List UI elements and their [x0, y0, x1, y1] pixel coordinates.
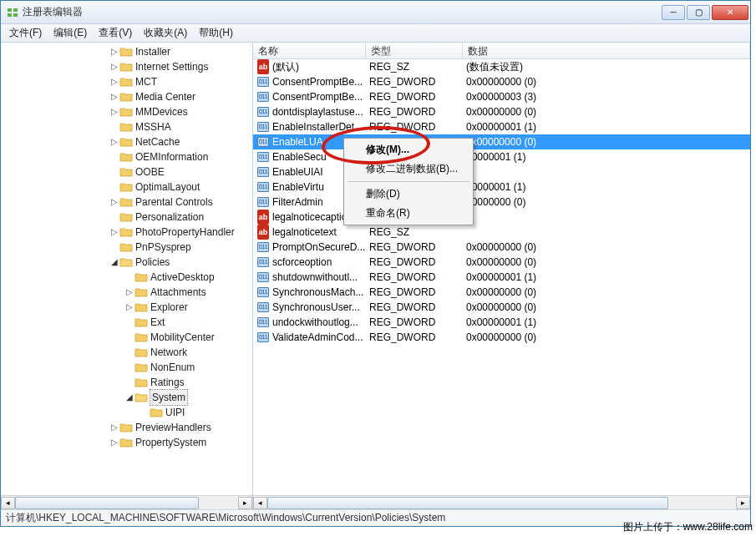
value-row[interactable]: scforceoptionREG_DWORD0x00000000 (0): [253, 255, 750, 270]
expand-toggle-icon[interactable]: [109, 180, 119, 195]
expand-toggle-icon[interactable]: [124, 315, 134, 330]
menu-help[interactable]: 帮助(H): [194, 24, 238, 42]
scroll-track[interactable]: [15, 497, 238, 509]
value-row[interactable]: ab(默认)REG_SZ(数值未设置): [253, 59, 750, 74]
tree-item[interactable]: ▷Attachments: [1, 285, 252, 300]
scroll-thumb[interactable]: [15, 497, 199, 509]
tree-item[interactable]: ▷NetCache: [1, 134, 252, 149]
tree-item[interactable]: Personalization: [1, 210, 252, 225]
scroll-track[interactable]: [267, 497, 736, 509]
expand-toggle-icon[interactable]: [109, 210, 119, 225]
tree-item[interactable]: ▷MMDevices: [1, 104, 252, 119]
tree-item[interactable]: ▷Explorer: [1, 300, 252, 315]
expand-toggle-icon[interactable]: ▷: [109, 435, 119, 450]
expand-toggle-icon[interactable]: ▷: [109, 59, 119, 74]
expand-toggle-icon[interactable]: ◢: [109, 255, 119, 270]
expand-toggle-icon[interactable]: ▷: [109, 44, 119, 59]
value-row[interactable]: FilterAdmin00000000 (0): [253, 195, 750, 210]
expand-toggle-icon[interactable]: ▷: [109, 74, 119, 89]
col-type[interactable]: 类型: [366, 43, 463, 58]
value-row[interactable]: SynchronousUser...REG_DWORD0x00000000 (0…: [253, 300, 750, 315]
expand-toggle-icon[interactable]: [109, 149, 119, 164]
value-row[interactable]: EnableUIAI: [253, 164, 750, 180]
value-row[interactable]: ConsentPromptBe...REG_DWORD0x00000000 (0…: [253, 74, 750, 89]
tree-item[interactable]: ▷MCT: [1, 74, 252, 89]
titlebar[interactable]: 注册表编辑器 ─ ▢ ✕: [1, 1, 750, 24]
expand-toggle-icon[interactable]: ▷: [109, 225, 119, 240]
tree-item[interactable]: MSSHA: [1, 119, 252, 134]
expand-toggle-icon[interactable]: [124, 345, 134, 360]
menu-edit[interactable]: 编辑(E): [48, 24, 92, 42]
tree-item[interactable]: ▷PropertySystem: [1, 435, 252, 450]
col-data[interactable]: 数据: [463, 43, 750, 58]
tree-item[interactable]: OOBE: [1, 164, 252, 180]
expand-toggle-icon[interactable]: [124, 330, 134, 345]
menu-view[interactable]: 查看(V): [94, 24, 137, 42]
value-row[interactable]: EnableVirtu00000001 (1): [253, 180, 750, 195]
ctx-delete[interactable]: 删除(D): [346, 185, 471, 204]
tree-item[interactable]: ▷Parental Controls: [1, 195, 252, 210]
tree-item[interactable]: NonEnum: [1, 360, 252, 375]
scroll-left-button[interactable]: ◂: [1, 497, 15, 509]
tree-item[interactable]: ▷Installer: [1, 44, 252, 59]
expand-toggle-icon[interactable]: [140, 405, 150, 420]
value-row[interactable]: SynchronousMach...REG_DWORD0x00000000 (0…: [253, 285, 750, 300]
expand-toggle-icon[interactable]: ▷: [109, 89, 119, 104]
scroll-left-button[interactable]: ◂: [253, 497, 267, 509]
value-row[interactable]: ConsentPromptBe...REG_DWORD0x00000003 (3…: [253, 89, 750, 104]
expand-toggle-icon[interactable]: [109, 164, 119, 180]
value-row[interactable]: ablegalnoticetextREG_SZ: [253, 225, 750, 240]
tree-item[interactable]: OEMInformation: [1, 149, 252, 164]
value-row[interactable]: undockwithoutlog...REG_DWORD0x00000001 (…: [253, 315, 750, 330]
list-hscroll[interactable]: ◂ ▸: [253, 495, 750, 509]
expand-toggle-icon[interactable]: [109, 240, 119, 255]
maximize-button[interactable]: ▢: [687, 5, 710, 20]
scroll-right-button[interactable]: ▸: [238, 497, 252, 509]
tree-item[interactable]: ▷PhotoPropertyHandler: [1, 225, 252, 240]
tree-item[interactable]: Network: [1, 345, 252, 360]
expand-toggle-icon[interactable]: [109, 119, 119, 134]
value-row[interactable]: ValidateAdminCod...REG_DWORD0x00000000 (…: [253, 330, 750, 345]
value-row[interactable]: shutdownwithoutl...REG_DWORD0x00000001 (…: [253, 270, 750, 285]
expand-toggle-icon[interactable]: ▷: [109, 104, 119, 119]
tree-item[interactable]: PnPSysprep: [1, 240, 252, 255]
ctx-rename[interactable]: 重命名(R): [346, 204, 471, 223]
value-row[interactable]: EnableLUAREG_DWORD0x00000000 (0): [253, 134, 750, 149]
scroll-right-button[interactable]: ▸: [736, 497, 750, 509]
expand-toggle-icon[interactable]: ▷: [124, 300, 134, 315]
expand-toggle-icon[interactable]: [124, 270, 134, 285]
close-button[interactable]: ✕: [712, 5, 748, 20]
expand-toggle-icon[interactable]: [124, 360, 134, 375]
value-row[interactable]: ablegalnoticecaptionREG_SZ: [253, 210, 750, 225]
value-row[interactable]: EnableSecu00000001 (1): [253, 149, 750, 164]
expand-toggle-icon[interactable]: ▷: [109, 195, 119, 210]
ctx-modify[interactable]: 修改(M)...: [346, 140, 471, 159]
tree-item[interactable]: ▷Internet Settings: [1, 59, 252, 74]
value-row[interactable]: PromptOnSecureD...REG_DWORD0x00000000 (0…: [253, 240, 750, 255]
expand-toggle-icon[interactable]: ▷: [109, 420, 119, 435]
registry-tree[interactable]: ▷Installer▷Internet Settings▷MCT▷Media C…: [1, 43, 252, 495]
expand-toggle-icon[interactable]: [124, 375, 134, 390]
tree-item[interactable]: Ext: [1, 315, 252, 330]
expand-toggle-icon[interactable]: ▷: [109, 134, 119, 149]
ctx-modify-binary[interactable]: 修改二进制数据(B)...: [346, 159, 471, 179]
tree-item[interactable]: ▷PreviewHandlers: [1, 420, 252, 435]
tree-item[interactable]: ◢System: [1, 390, 252, 405]
value-row[interactable]: EnableInstallerDet...REG_DWORD0x00000001…: [253, 119, 750, 134]
value-row[interactable]: dontdisplaylastuse...REG_DWORD0x00000000…: [253, 104, 750, 119]
menu-favorites[interactable]: 收藏夹(A): [139, 24, 192, 42]
values-list[interactable]: ab(默认)REG_SZ(数值未设置)ConsentPromptBe...REG…: [253, 59, 750, 495]
tree-item[interactable]: MobilityCenter: [1, 330, 252, 345]
col-name[interactable]: 名称: [253, 43, 366, 58]
tree-hscroll[interactable]: ◂ ▸: [1, 495, 252, 509]
tree-item[interactable]: UIPI: [1, 405, 252, 420]
minimize-button[interactable]: ─: [662, 5, 685, 20]
tree-item[interactable]: Ratings: [1, 375, 252, 390]
tree-item[interactable]: ActiveDesktop: [1, 270, 252, 285]
menu-file[interactable]: 文件(F): [4, 24, 47, 42]
tree-item[interactable]: ▷Media Center: [1, 89, 252, 104]
tree-item[interactable]: ◢Policies: [1, 255, 252, 270]
scroll-thumb[interactable]: [267, 497, 668, 509]
tree-item[interactable]: OptimalLayout: [1, 180, 252, 195]
expand-toggle-icon[interactable]: ◢: [124, 390, 134, 405]
